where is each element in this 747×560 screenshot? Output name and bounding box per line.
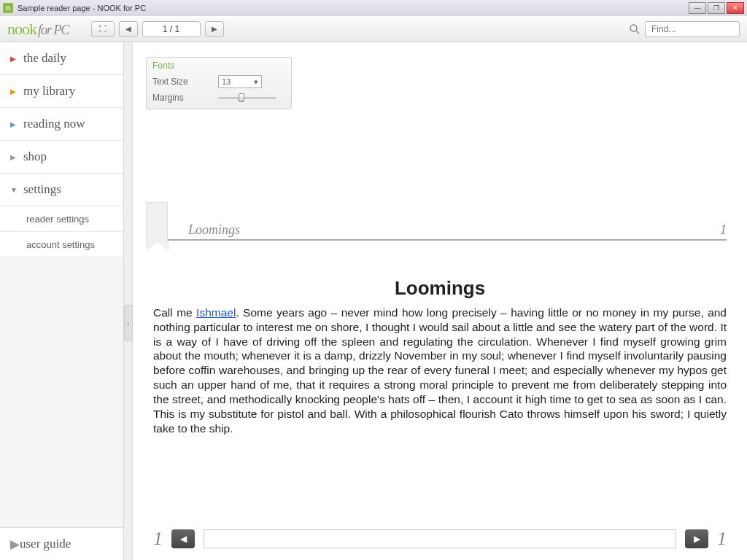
logo-brand: nook <box>7 20 36 38</box>
sidebar-item-reading-now[interactable]: ▶reading now <box>0 108 123 141</box>
titlebar: n Sample reader page - NOOK for PC — ❐ ✕ <box>0 0 747 16</box>
sidebar-spacer <box>0 257 123 527</box>
sidebar-subitem-label: reader settings <box>26 214 89 225</box>
slider-track <box>218 97 276 99</box>
running-header-title: Loomings <box>188 222 720 238</box>
svg-point-0 <box>630 25 637 31</box>
sidebar-item-label: my library <box>23 84 75 98</box>
sidebar-item-label: reading now <box>23 117 85 131</box>
minimize-button[interactable]: — <box>689 2 706 14</box>
caret-icon: ▶ <box>10 55 16 63</box>
fonts-panel: Fonts Text Size 13 ▾ Margins <box>146 57 292 109</box>
footer-prev-button[interactable]: ◀ <box>171 529 195 548</box>
chapter-title: Loomings <box>153 277 727 300</box>
text-size-value: 13 <box>222 77 231 86</box>
text-size-select[interactable]: 13 ▾ <box>218 75 262 88</box>
ishmael-link[interactable]: Ishmael <box>196 306 236 319</box>
page-header: Loomings 1 <box>153 222 727 241</box>
text-size-label: Text Size <box>152 77 218 87</box>
slider-thumb[interactable] <box>239 93 244 102</box>
logo-suffix: for PC <box>38 23 69 37</box>
body-rest: . Some years ago – never mind how long p… <box>153 306 727 435</box>
svg-line-1 <box>636 31 639 34</box>
sidebar-item-label: shop <box>23 149 47 164</box>
collapse-sidebar-handle[interactable]: ‹ <box>124 305 133 341</box>
caret-icon: ▶ <box>10 537 20 552</box>
page-indicator[interactable]: 1 / 1 <box>142 21 201 37</box>
footer-nav: 1 ◀ ▶ 1 <box>153 528 727 550</box>
caret-icon: ▶ <box>10 153 16 161</box>
search-icon <box>629 23 640 35</box>
sidebar-divider: ‹ <box>124 42 133 560</box>
window-title: Sample reader page - NOOK for PC <box>18 4 689 12</box>
sidebar-item-the-daily[interactable]: ▶the daily <box>0 42 123 75</box>
toolbar: nookfor PC ⛶ ◀ 1 / 1 ▶ <box>0 16 747 42</box>
sidebar-item-my-library[interactable]: ▶my library <box>0 75 123 108</box>
footer-next-button[interactable]: ▶ <box>685 529 708 548</box>
caret-icon: ▶ <box>10 88 16 96</box>
body-prefix: Call me <box>153 306 196 319</box>
app-icon: n <box>3 3 13 13</box>
maximize-button[interactable]: ❐ <box>708 2 725 14</box>
close-button[interactable]: ✕ <box>727 2 744 14</box>
footer-scrubber[interactable] <box>204 529 676 548</box>
sidebar-item-label: settings <box>23 182 61 197</box>
running-header-page: 1 <box>720 222 727 238</box>
caret-down-icon: ▼ <box>10 186 16 194</box>
sidebar: ▶the daily ▶my library ▶reading now ▶sho… <box>0 42 124 560</box>
next-page-button[interactable]: ▶ <box>205 21 224 37</box>
bookmark-ribbon-icon[interactable] <box>146 202 168 243</box>
sidebar-subitem-reader-settings[interactable]: reader settings <box>0 206 123 232</box>
search-input[interactable] <box>645 21 740 37</box>
sidebar-subitem-label: account settings <box>26 239 95 250</box>
logo: nookfor PC <box>7 20 69 39</box>
sidebar-item-settings[interactable]: ▼settings <box>0 174 123 206</box>
prev-page-button[interactable]: ◀ <box>119 21 138 37</box>
body-text: Call me Ishmael. Some years ago – never … <box>153 306 727 435</box>
margins-label: Margins <box>152 93 218 103</box>
sidebar-item-label: user guide <box>20 537 71 551</box>
sidebar-subitem-account-settings[interactable]: account settings <box>0 232 123 257</box>
caret-icon: ▶ <box>10 120 16 128</box>
sidebar-item-user-guide[interactable]: ▶user guide <box>0 527 123 560</box>
chevron-down-icon: ▾ <box>254 77 258 87</box>
sidebar-item-shop[interactable]: ▶shop <box>0 141 123 174</box>
margins-slider[interactable] <box>218 93 276 103</box>
footer-page-right: 1 <box>717 528 727 550</box>
sidebar-item-label: the daily <box>23 51 66 66</box>
fullscreen-button[interactable]: ⛶ <box>91 21 115 37</box>
footer-page-left: 1 <box>153 528 163 550</box>
content-area: Fonts Text Size 13 ▾ Margins Loomings 1 <box>133 42 747 560</box>
fonts-panel-title: Fonts <box>152 61 285 71</box>
